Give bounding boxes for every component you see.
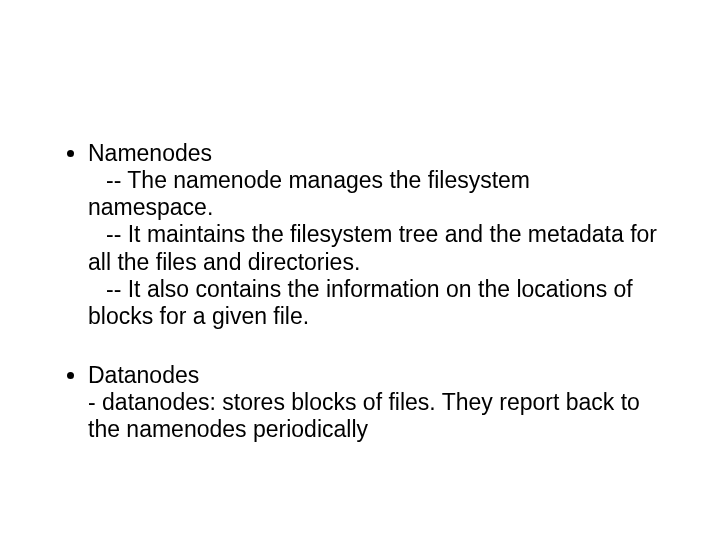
list-item: Datanodes - datanodes: stores blocks of … bbox=[88, 362, 660, 443]
sub-line: -- The namenode manages the filesystem n… bbox=[88, 167, 660, 221]
bullet-list: Namenodes -- The namenode manages the fi… bbox=[60, 140, 660, 443]
slide-body: Namenodes -- The namenode manages the fi… bbox=[60, 140, 660, 443]
list-item: Namenodes -- The namenode manages the fi… bbox=[88, 140, 660, 330]
bullet-title: Namenodes bbox=[88, 140, 212, 166]
bullet-title: Datanodes bbox=[88, 362, 199, 388]
bullet-sublines: - datanodes: stores blocks of files. The… bbox=[88, 389, 660, 443]
slide: Namenodes -- The namenode manages the fi… bbox=[0, 0, 720, 540]
sub-line: - datanodes: stores blocks of files. The… bbox=[88, 389, 660, 443]
sub-line: -- It maintains the filesystem tree and … bbox=[88, 221, 660, 275]
bullet-sublines: -- The namenode manages the filesystem n… bbox=[88, 167, 660, 330]
sub-line: -- It also contains the information on t… bbox=[88, 276, 660, 330]
